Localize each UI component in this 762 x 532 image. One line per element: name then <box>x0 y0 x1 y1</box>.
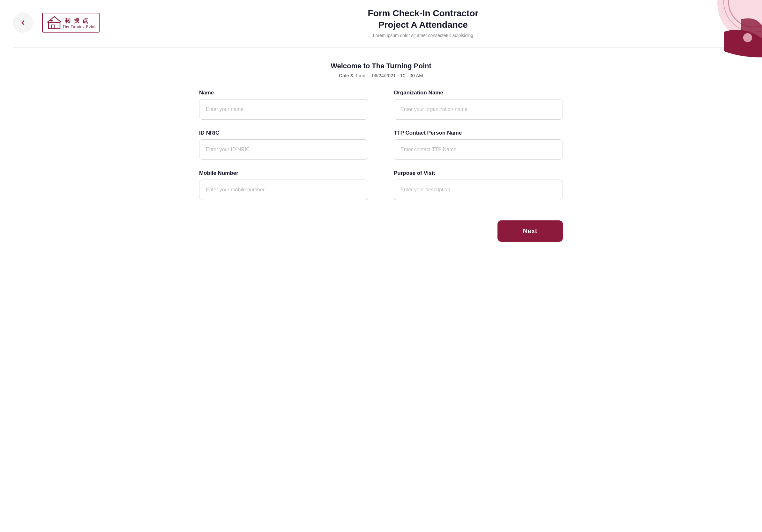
id-nric-label: ID NRIC <box>199 130 368 136</box>
name-input[interactable] <box>199 99 368 120</box>
ttp-contact-label: TTP Contact Person Name <box>394 130 563 136</box>
logo-english: The Turning Point <box>62 25 96 29</box>
header-title-block: Form Check-In Contractor Project A Atten… <box>100 8 747 38</box>
page-subtitle: Lorem ipsum dolor sit amet consectetur a… <box>100 33 747 38</box>
org-input[interactable] <box>394 99 563 120</box>
welcome-section: Welcome to The Turning Point Date & Time… <box>0 48 762 90</box>
button-area: Next <box>174 213 588 254</box>
mobile-input[interactable] <box>199 179 368 200</box>
logo-area: tp 转 捩 点 The Turning Point <box>42 13 100 33</box>
logo-text-block: 转 捩 点 The Turning Point <box>62 17 96 29</box>
svg-text:tp: tp <box>50 18 53 22</box>
ttp-contact-input[interactable] <box>394 139 563 160</box>
purpose-input[interactable] <box>394 179 563 200</box>
back-arrow-icon <box>19 19 27 27</box>
page-title: Form Check-In Contractor Project A Atten… <box>100 8 747 31</box>
org-field-group: Organization Name <box>394 90 563 120</box>
mobile-label: Mobile Number <box>199 170 368 176</box>
name-label: Name <box>199 90 368 96</box>
form-grid: Name Organization Name ID NRIC TTP Conta… <box>199 90 563 200</box>
logo-box: tp 转 捩 点 The Turning Point <box>42 13 100 33</box>
header: tp 转 捩 点 The Turning Point Form Check-In… <box>0 0 762 44</box>
welcome-title: Welcome to The Turning Point <box>6 62 756 70</box>
logo-chinese: 转 捩 点 <box>65 17 96 25</box>
svg-rect-5 <box>52 25 54 29</box>
mobile-field-group: Mobile Number <box>199 170 368 200</box>
name-field-group: Name <box>199 90 368 120</box>
next-button[interactable]: Next <box>497 220 563 242</box>
org-label: Organization Name <box>394 90 563 96</box>
welcome-datetime: Date & Time : 06/24/2021 - 10 : 00 AM <box>6 73 756 78</box>
purpose-field-group: Purpose of Visit <box>394 170 563 200</box>
logo-house-icon: tp <box>46 15 62 30</box>
form-container: Name Organization Name ID NRIC TTP Conta… <box>174 90 588 213</box>
id-nric-input[interactable] <box>199 139 368 160</box>
id-nric-field-group: ID NRIC <box>199 130 368 160</box>
purpose-label: Purpose of Visit <box>394 170 563 176</box>
back-button[interactable] <box>13 13 33 33</box>
ttp-contact-field-group: TTP Contact Person Name <box>394 130 563 160</box>
